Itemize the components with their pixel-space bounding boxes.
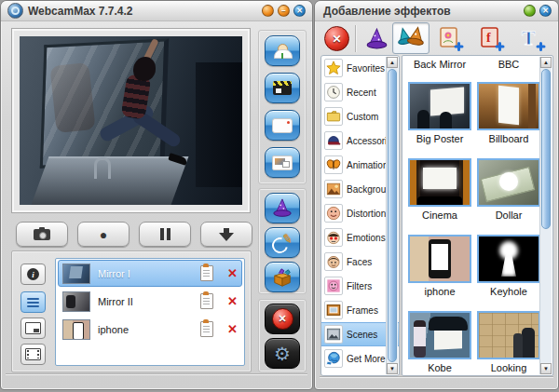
effect-thumbnail-cinema[interactable] xyxy=(408,158,471,207)
clipboard-icon[interactable] xyxy=(200,265,213,281)
grid-scrollbar[interactable]: ▲ ▼ xyxy=(539,57,552,374)
pip-view-button[interactable] xyxy=(20,318,46,339)
add-flash-button[interactable]: f xyxy=(478,25,506,53)
wizard-hat-icon xyxy=(271,198,293,219)
toolbox-icon xyxy=(271,267,293,288)
pin-button[interactable] xyxy=(524,5,536,17)
statusbar-divider xyxy=(320,376,553,377)
doodle-button[interactable]: ✎ xyxy=(265,227,300,258)
add-picture-icon xyxy=(438,26,464,52)
delete-icon[interactable]: ✕ xyxy=(227,267,238,279)
frame-icon xyxy=(324,301,343,319)
clapperboard-icon xyxy=(273,81,292,95)
video-preview-frame xyxy=(11,28,251,213)
stop-effects-button[interactable]: ✕ xyxy=(265,304,300,334)
playlist-row[interactable]: Mirror II ✕ xyxy=(58,288,242,315)
snapshot-button[interactable] xyxy=(16,222,68,247)
window-buttons: − ✕ xyxy=(262,5,306,17)
pause-button[interactable] xyxy=(139,222,191,247)
delete-icon[interactable]: ✕ xyxy=(227,295,238,307)
close-button[interactable]: ✕ xyxy=(293,5,306,17)
toolbar-divider xyxy=(355,25,356,52)
emotion-face-icon xyxy=(324,228,343,247)
playlist-row[interactable]: Mirror I ✕ xyxy=(58,260,242,287)
clear-effects-button[interactable]: ✕ xyxy=(324,26,349,51)
effect-thumbnail-billboard[interactable] xyxy=(477,82,540,130)
theme-button[interactable] xyxy=(262,5,274,17)
effect-label: Kobe xyxy=(407,362,472,373)
filter-face-icon xyxy=(324,277,343,295)
cap-icon xyxy=(324,131,343,150)
effects-window: Добавление эффектов ✕ ✕ xyxy=(314,0,559,390)
effect-thumbnail-big-poster[interactable] xyxy=(408,82,471,130)
clock-icon xyxy=(324,83,343,101)
scroll-up-icon[interactable]: ▲ xyxy=(387,57,398,68)
minimize-button[interactable]: − xyxy=(278,5,290,17)
info-view-button[interactable]: i xyxy=(20,264,46,285)
list-icon xyxy=(27,298,39,307)
film-view-button[interactable] xyxy=(20,344,46,365)
effect-item: iphone xyxy=(407,235,472,297)
add-text-icon: T xyxy=(520,26,546,52)
webcam-source-button[interactable] xyxy=(265,35,300,66)
delete-icon[interactable]: ✕ xyxy=(227,323,238,335)
effect-thumbnail-keyhole[interactable] xyxy=(477,235,540,283)
effect-thumbnail-iphone[interactable] xyxy=(408,235,471,283)
playlist-row[interactable]: iphone ✕ xyxy=(58,316,242,343)
doodle-pencil-icon: ✎ xyxy=(272,235,293,251)
effect-label: Billboard xyxy=(476,133,541,144)
settings-button[interactable]: ⚙ xyxy=(265,338,300,369)
face-icon xyxy=(324,252,343,271)
scroll-down-icon[interactable]: ▼ xyxy=(540,363,552,374)
scrollbar-thumb[interactable] xyxy=(541,69,551,229)
clipboard-icon[interactable] xyxy=(200,321,213,337)
add-text-button[interactable]: T xyxy=(519,25,547,53)
effect-item: Cinema xyxy=(407,158,472,221)
effect-item: Dollar xyxy=(476,158,541,221)
effect-thumbnail-kobe[interactable] xyxy=(408,311,471,359)
category-list: Favorites Recent Custom Accessories Anim… xyxy=(320,55,400,376)
camera-icon xyxy=(34,229,50,240)
add-flash-icon: f xyxy=(479,26,505,52)
scroll-up-icon[interactable]: ▲ xyxy=(540,57,552,68)
main-titlebar[interactable]: WebcamMax 7.7.4.2 − ✕ xyxy=(1,1,312,21)
effects-close-button[interactable]: ✕ xyxy=(539,5,552,17)
scrollbar-thumb[interactable] xyxy=(388,69,397,362)
wizard-hat-icon xyxy=(364,28,389,51)
folder-icon xyxy=(324,107,343,126)
effect-label[interactable]: BBC xyxy=(476,59,541,70)
effects-tab-button[interactable] xyxy=(362,25,390,53)
main-window: WebcamMax 7.7.4.2 − ✕ xyxy=(0,0,313,390)
desktop-source-button[interactable] xyxy=(265,110,300,141)
multi-effects-tab-button[interactable] xyxy=(392,22,429,54)
statusbar-divider xyxy=(6,373,307,374)
clipboard-icon[interactable] xyxy=(200,293,213,309)
playlist-thumbnail xyxy=(62,319,90,340)
effects-grid: Back Mirror BBC Big Poster Billboard Cin… xyxy=(402,55,553,376)
double-wizard-hats-icon xyxy=(396,25,426,51)
picture-source-button[interactable] xyxy=(265,147,300,178)
scroll-down-icon[interactable]: ▼ xyxy=(387,363,398,374)
video-file-button[interactable] xyxy=(265,73,300,103)
list-view-button[interactable] xyxy=(20,291,46,313)
category-scrollbar[interactable]: ▲ ▼ xyxy=(386,57,398,374)
red-x-icon: ✕ xyxy=(272,308,293,330)
save-button[interactable] xyxy=(200,222,252,247)
add-picture-button[interactable] xyxy=(437,25,465,53)
effect-thumbnail-dollar[interactable] xyxy=(477,158,540,207)
toolbox-button[interactable] xyxy=(265,262,300,292)
playlist-thumbnail xyxy=(62,291,90,312)
effect-item: Billboard xyxy=(476,82,541,144)
effect-label: Keyhole xyxy=(476,286,541,297)
distorted-face-icon xyxy=(324,204,343,223)
effect-thumbnail-looking[interactable] xyxy=(477,311,540,359)
scene-icon xyxy=(324,325,343,344)
effects-titlebar[interactable]: Добавление эффектов ✕ xyxy=(315,1,558,21)
effects-button[interactable] xyxy=(265,193,300,223)
effect-label: Cinema xyxy=(407,210,472,221)
window-icon xyxy=(272,118,293,133)
effect-label: Looking xyxy=(476,362,541,373)
effect-label[interactable]: Back Mirror xyxy=(407,59,472,70)
record-button[interactable]: ● xyxy=(77,222,130,247)
landscape-icon xyxy=(324,180,343,198)
